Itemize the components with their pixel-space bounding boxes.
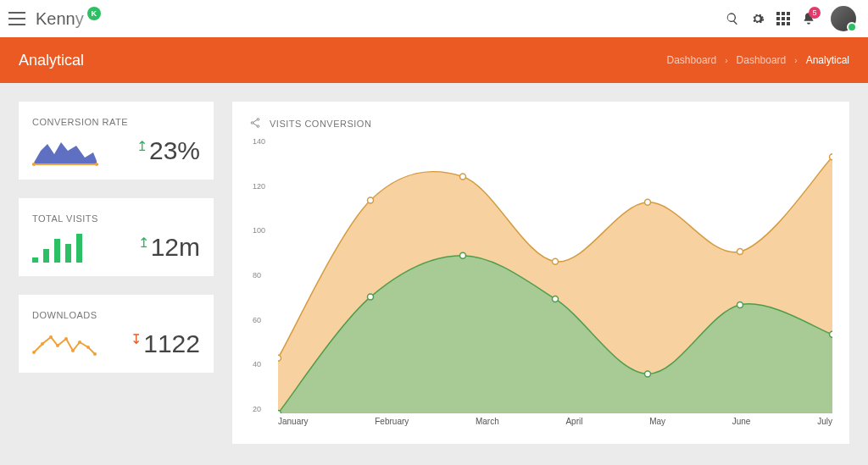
y-tick: 20 <box>253 405 275 413</box>
svg-marker-0 <box>34 142 97 164</box>
visits-conversion-card: VISITS CONVERSION 14012010080604020 Janu… <box>232 102 849 444</box>
breadcrumb-link-0[interactable]: Dashboard <box>667 54 717 66</box>
settings-gear-icon[interactable] <box>751 12 765 25</box>
y-tick: 60 <box>253 316 275 324</box>
svg-point-5 <box>41 342 44 346</box>
svg-point-11 <box>86 346 90 349</box>
svg-point-7 <box>56 344 59 347</box>
svg-point-32 <box>830 331 832 337</box>
conversion-value: ↥ 23% <box>136 136 200 165</box>
svg-point-21 <box>460 174 466 180</box>
downloads-value: ↧ 1122 <box>131 329 200 358</box>
visits-conversion-chart: 14012010080604020 JanuaryFebruaryMarchAp… <box>253 137 832 434</box>
svg-point-30 <box>645 371 651 377</box>
x-tick: July <box>817 417 832 434</box>
svg-point-4 <box>32 351 36 354</box>
breadcrumb-link-1[interactable]: Dashboard <box>737 54 787 66</box>
trend-down-icon: ↧ <box>131 331 142 347</box>
svg-point-24 <box>737 249 743 255</box>
notifications-bell-icon[interactable]: 5 <box>802 12 815 25</box>
svg-point-15 <box>257 125 259 128</box>
main-content: CONVERSION RATE ↥ 23% TOTAL VISITS <box>0 83 868 462</box>
conversion-rate-card: CONVERSION RATE ↥ 23% <box>19 102 214 180</box>
x-tick: May <box>649 417 665 434</box>
search-icon[interactable] <box>726 12 739 25</box>
card-title: DOWNLOADS <box>32 310 200 320</box>
brand-name-light: y <box>75 9 84 29</box>
svg-point-22 <box>553 258 559 264</box>
downloads-sparkline-icon <box>32 329 98 359</box>
y-tick: 100 <box>253 226 275 235</box>
top-bar: Kenny K 5 <box>0 0 868 37</box>
svg-point-23 <box>645 199 651 205</box>
svg-point-28 <box>460 252 466 258</box>
menu-toggle-icon[interactable] <box>8 12 25 25</box>
breadcrumb: Dashboard › Dashboard › Analytical <box>667 54 849 66</box>
svg-point-14 <box>257 119 259 121</box>
chart-title: VISITS CONVERSION <box>270 119 371 129</box>
card-title: TOTAL VISITS <box>32 213 200 224</box>
svg-point-12 <box>93 352 97 356</box>
svg-point-25 <box>830 154 832 160</box>
svg-point-29 <box>553 296 559 302</box>
downloads-card: DOWNLOADS ↧ 1122 <box>19 295 214 373</box>
x-tick: June <box>732 417 751 434</box>
svg-point-19 <box>278 355 281 361</box>
svg-point-3 <box>95 163 98 166</box>
svg-point-27 <box>368 294 374 300</box>
svg-point-31 <box>737 302 743 307</box>
x-tick: January <box>278 417 309 434</box>
x-tick: April <box>565 417 582 434</box>
stat-cards-column: CONVERSION RATE ↥ 23% TOTAL VISITS <box>19 102 214 373</box>
svg-point-9 <box>71 349 75 352</box>
svg-point-20 <box>368 197 374 203</box>
x-tick: February <box>375 417 409 434</box>
visits-value: ↥ 12m <box>138 233 200 262</box>
y-tick: 140 <box>253 137 275 146</box>
chevron-right-icon: › <box>725 56 727 65</box>
page-header: Analytical Dashboard › Dashboard › Analy… <box>0 37 868 83</box>
avatar[interactable] <box>831 6 856 31</box>
page-title: Analytical <box>19 52 84 69</box>
svg-line-16 <box>253 120 258 123</box>
apps-grid-icon[interactable] <box>776 12 790 25</box>
topbar-actions: 5 <box>726 6 856 31</box>
total-visits-card: TOTAL VISITS ↥ 12m <box>19 198 214 276</box>
brand-name-dark: Kenn <box>36 9 75 29</box>
svg-line-17 <box>253 124 258 126</box>
svg-point-6 <box>49 335 53 339</box>
svg-point-26 <box>278 411 281 414</box>
svg-point-2 <box>32 163 36 166</box>
x-tick: March <box>476 417 499 434</box>
chevron-right-icon: › <box>794 56 797 65</box>
share-icon[interactable] <box>249 117 261 130</box>
conversion-sparkline-icon <box>32 136 98 166</box>
y-tick: 80 <box>253 271 275 280</box>
breadcrumb-current: Analytical <box>806 54 849 66</box>
svg-point-10 <box>78 340 81 344</box>
trend-up-icon: ↥ <box>136 138 147 154</box>
brand-logo[interactable]: Kenny K <box>36 9 101 29</box>
card-title: CONVERSION RATE <box>32 117 200 127</box>
y-tick: 40 <box>253 360 275 368</box>
notifications-count-badge: 5 <box>809 7 821 19</box>
y-tick: 120 <box>253 182 275 191</box>
visits-bar-sparkline-icon <box>32 232 82 263</box>
brand-badge-icon: K <box>87 7 101 20</box>
trend-up-icon: ↥ <box>138 235 149 251</box>
svg-point-8 <box>64 337 68 340</box>
